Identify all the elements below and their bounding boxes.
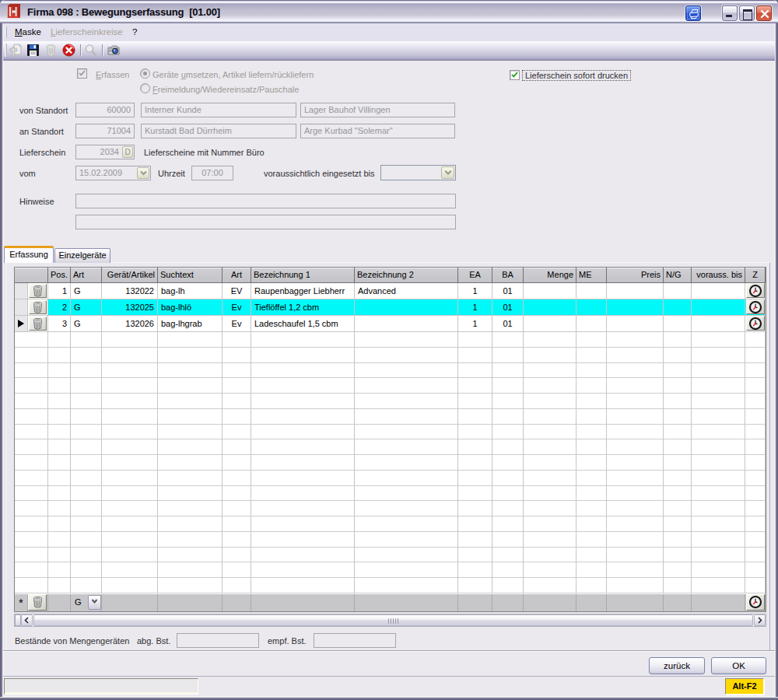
save-icon[interactable] bbox=[26, 44, 40, 57]
lieferschein-d-button[interactable]: D bbox=[122, 146, 133, 158]
cell-ba[interactable]: 01 bbox=[492, 283, 524, 299]
geraete-umsetzen-radio[interactable] bbox=[140, 68, 150, 79]
menu-item-maske[interactable]: Maske bbox=[15, 26, 41, 40]
header-cell[interactable]: vorauss. bis bbox=[692, 268, 745, 283]
header-cell[interactable]: Pos. bbox=[48, 268, 71, 283]
header-cell[interactable]: Preis bbox=[607, 268, 664, 283]
delete-row-button[interactable] bbox=[29, 284, 47, 298]
cell-preis[interactable] bbox=[607, 299, 664, 316]
cell-art2[interactable]: Ev bbox=[223, 299, 251, 316]
scroll-right-button[interactable] bbox=[754, 614, 766, 626]
header-cell[interactable]: Gerät/Artikel bbox=[102, 268, 158, 283]
cell-menge[interactable] bbox=[524, 299, 576, 316]
time-button[interactable] bbox=[746, 283, 765, 298]
cell-suchtext[interactable]: bag-lhgrab bbox=[158, 316, 223, 332]
table-row[interactable]: 1G132022bag-lhEVRaupenbagger LiebherrAdv… bbox=[15, 283, 766, 299]
table-row[interactable]: 2G132025bag-lhlöEvTieflöffel 1,2 cbm101 bbox=[15, 299, 766, 316]
cell-art[interactable]: G bbox=[71, 316, 102, 332]
tab-erfassung[interactable]: Erfassung bbox=[4, 246, 54, 263]
row-delete-cell[interactable] bbox=[28, 316, 48, 332]
cell-preis[interactable] bbox=[607, 316, 664, 332]
cell-art[interactable]: G bbox=[71, 283, 102, 299]
cell-bez2[interactable] bbox=[355, 299, 458, 316]
cell-vorauss[interactable] bbox=[692, 316, 745, 332]
header-cell[interactable]: BA bbox=[492, 268, 524, 283]
cell-art[interactable]: G bbox=[71, 299, 102, 316]
von-standort-ort-field[interactable]: Lager Bauhof Villingen bbox=[300, 103, 455, 117]
new-row-art-cell[interactable]: G bbox=[71, 594, 102, 611]
print-window-button[interactable] bbox=[685, 5, 701, 21]
header-cell[interactable]: ME bbox=[576, 268, 607, 283]
cell-suchtext[interactable]: bag-lh bbox=[158, 283, 223, 299]
cell-z[interactable] bbox=[745, 283, 766, 299]
header-cell[interactable]: Suchtext bbox=[158, 268, 223, 283]
abg-bst-field[interactable] bbox=[177, 633, 259, 648]
delete-icon[interactable] bbox=[44, 44, 58, 57]
delete-row-button[interactable] bbox=[28, 594, 47, 611]
hinweise-field-2[interactable] bbox=[75, 215, 456, 229]
lieferschein-drucken-label[interactable]: Lieferschein sofort drucken bbox=[523, 71, 630, 80]
header-cell[interactable]: Bezeichnung 1 bbox=[251, 268, 355, 283]
cell-bez2[interactable] bbox=[355, 316, 458, 332]
camera-icon[interactable] bbox=[107, 44, 121, 57]
von-standort-nr-field[interactable]: 60000 bbox=[75, 103, 135, 117]
new-row-z-cell[interactable] bbox=[745, 594, 766, 611]
cell-suchtext[interactable]: bag-lhlö bbox=[158, 299, 223, 316]
header-cell[interactable]: Bezeichnung 2 bbox=[355, 268, 458, 283]
horizontal-scrollbar[interactable] bbox=[14, 614, 766, 627]
cell-ba[interactable]: 01 bbox=[492, 299, 524, 316]
an-standort-ort-field[interactable]: Arge Kurbad "Solemar" bbox=[300, 124, 455, 138]
ok-button[interactable]: OK bbox=[711, 657, 766, 674]
row-selector-cell[interactable] bbox=[15, 299, 28, 316]
cell-pos[interactable]: 1 bbox=[48, 283, 71, 299]
cell-ba[interactable]: 01 bbox=[492, 316, 524, 332]
menu-item-help[interactable]: ? bbox=[132, 26, 137, 40]
cell-geraet[interactable]: 132022 bbox=[102, 283, 158, 299]
cell-vorauss[interactable] bbox=[692, 283, 745, 299]
header-cell[interactable]: Art bbox=[223, 268, 251, 283]
cell-ea[interactable]: 1 bbox=[458, 316, 492, 332]
hinweise-field-1[interactable] bbox=[75, 194, 456, 208]
cell-bez1[interactable]: Tieflöffel 1,2 cbm bbox=[251, 299, 355, 316]
maximize-button[interactable] bbox=[739, 5, 755, 21]
header-cell[interactable]: Z bbox=[745, 268, 766, 283]
minimize-button[interactable] bbox=[722, 5, 738, 21]
menu-item-lieferscheinkreise[interactable]: Lieferscheinkreise bbox=[51, 26, 123, 40]
erfassen-checkbox[interactable] bbox=[77, 68, 87, 79]
header-cell[interactable]: N/G bbox=[664, 268, 692, 283]
cell-vorauss[interactable] bbox=[692, 299, 745, 316]
scrollbar-thumb[interactable] bbox=[33, 614, 753, 626]
cell-art2[interactable]: EV bbox=[223, 283, 251, 299]
lieferschein-drucken-checkbox[interactable] bbox=[510, 70, 520, 80]
cell-z[interactable] bbox=[745, 299, 766, 316]
time-button[interactable] bbox=[746, 316, 765, 331]
cell-ng[interactable] bbox=[664, 283, 692, 299]
time-button[interactable] bbox=[746, 299, 765, 314]
cell-me[interactable] bbox=[576, 283, 607, 299]
abort-icon[interactable] bbox=[62, 44, 75, 57]
table-row[interactable]: 3G132026bag-lhgrabEvLadeschaufel 1,5 cbm… bbox=[15, 316, 766, 332]
delete-row-button[interactable] bbox=[29, 317, 47, 331]
freimeldung-radio[interactable] bbox=[140, 83, 150, 93]
header-cell[interactable]: EA bbox=[458, 268, 492, 283]
cell-menge[interactable] bbox=[524, 316, 576, 332]
close-button[interactable] bbox=[756, 5, 772, 21]
cell-ng[interactable] bbox=[664, 316, 692, 332]
cell-bez2[interactable]: Advanced bbox=[355, 283, 458, 299]
voraussichtlich-bis-dropdown-button[interactable] bbox=[441, 166, 454, 179]
row-delete-cell[interactable] bbox=[28, 299, 48, 316]
cell-geraet[interactable]: 132025 bbox=[102, 299, 158, 316]
header-cell[interactable]: Art bbox=[71, 268, 102, 283]
cell-bez1[interactable]: Ladeschaufel 1,5 cbm bbox=[251, 316, 355, 332]
cell-me[interactable] bbox=[576, 316, 607, 332]
cell-geraet[interactable]: 132026 bbox=[102, 316, 158, 332]
toolbar-gripper[interactable] bbox=[5, 44, 7, 57]
menubar-gripper[interactable] bbox=[5, 26, 7, 38]
new-document-icon[interactable] bbox=[9, 44, 23, 57]
row-delete-cell[interactable] bbox=[28, 283, 48, 299]
cell-bez1[interactable]: Raupenbagger Liebherr bbox=[251, 283, 355, 299]
cell-pos[interactable]: 2 bbox=[48, 299, 71, 316]
cell-art2[interactable]: Ev bbox=[223, 316, 251, 332]
an-standort-nr-field[interactable]: 71004 bbox=[75, 124, 135, 138]
scrollbar-gripper[interactable] bbox=[15, 614, 21, 626]
